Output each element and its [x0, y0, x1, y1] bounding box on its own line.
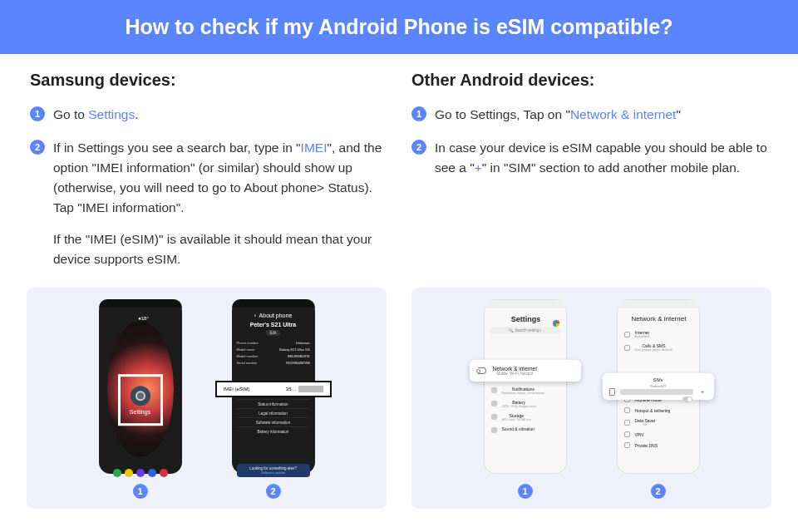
- other-steps: 1 Go to Settings, Tap on "Network & inte…: [411, 105, 768, 178]
- shot-number: 2: [651, 484, 666, 499]
- step-text: In case your device is eSIM capable you …: [435, 138, 768, 178]
- settings-title: Settings: [491, 315, 561, 323]
- back-icon: ‹: [254, 313, 256, 318]
- shot-number: 1: [133, 484, 148, 499]
- step-badge: 2: [411, 140, 426, 155]
- step-text: If in Settings you see a search bar, typ…: [53, 138, 387, 269]
- dock-app-icon: [136, 469, 145, 477]
- other-gallery: Settings 🔍 Search settings Network & int…: [411, 288, 771, 509]
- samsung-gallery: ●18° Settings 1: [27, 288, 387, 509]
- samsung-shot-1: ●18° Settings 1: [99, 299, 182, 499]
- shot-number: 2: [266, 484, 281, 499]
- search-settings: 🔍 Search settings: [490, 327, 561, 334]
- card-subtitle: Mobile, Wi-Fi, hotspot: [493, 372, 537, 376]
- page-title: How to check if my Android Phone is eSIM…: [0, 15, 798, 39]
- network-internet-link[interactable]: Network & internet: [570, 107, 677, 121]
- page-header: How to check if my Android Phone is eSIM…: [0, 0, 798, 54]
- other-shot-1: Settings 🔍 Search settings Network & int…: [484, 299, 567, 499]
- samsung-steps: 1 Go to Settings. 2 If in Settings you s…: [30, 105, 387, 269]
- shot-number: 1: [518, 484, 533, 499]
- blurred-region: [620, 389, 693, 395]
- step-text: Go to Settings, Tap on "Network & intern…: [435, 105, 681, 125]
- phone-frame: Network & internet InternetAndroidWifiCa…: [617, 299, 700, 474]
- settings-link[interactable]: Settings: [88, 107, 135, 121]
- sims-card: SIMs RedtaoGO +: [603, 373, 714, 400]
- galleries: ●18° Settings 1: [0, 288, 798, 509]
- imei-link[interactable]: IMEI: [301, 140, 328, 155]
- samsung-shot-2: ‹ About phone Peter's S21 Ultra Edit Pho…: [232, 299, 315, 499]
- step-badge: 1: [30, 106, 45, 121]
- dock-app-icon: [160, 469, 168, 477]
- imei-value: 35…: [286, 387, 297, 392]
- imei-highlight: IMEI (eSIM) 35…: [215, 381, 332, 397]
- wifi-icon: [478, 367, 486, 374]
- other-step-1: 1 Go to Settings, Tap on "Network & inte…: [411, 105, 768, 125]
- dock-app-icon: [113, 469, 121, 477]
- samsung-step-1: 1 Go to Settings.: [30, 105, 387, 125]
- network-internet-card: Network & internet Mobile, Wi-Fi, hotspo…: [470, 360, 581, 382]
- edit-button: Edit: [266, 330, 281, 336]
- sims-header: SIMs: [609, 377, 707, 382]
- status-bar: [485, 300, 566, 308]
- status-bar: [618, 300, 699, 308]
- samsung-heading: Samsung devices:: [30, 71, 387, 90]
- phone-frame: ‹ About phone Peter's S21 Ultra Edit Pho…: [232, 299, 315, 474]
- net-after-rows: Airplane modeHotspot & tetheringData Sav…: [623, 394, 694, 451]
- settings-label: Settings: [130, 409, 150, 415]
- step-text: Go to Settings.: [53, 105, 139, 125]
- device-name: Peter's S21 Ultra: [237, 322, 310, 328]
- settings-highlight: Settings: [118, 374, 163, 426]
- other-shot-2: Network & internet InternetAndroidWifiCa…: [617, 299, 700, 499]
- weather-widget: ●18°: [111, 316, 177, 321]
- about-rows: Phone numberUnknownModel nameGalaxy S21 …: [237, 339, 310, 366]
- step-badge: 2: [30, 140, 45, 155]
- other-step-2: 2 In case your device is eSIM capable yo…: [411, 138, 768, 178]
- status-bar: [232, 299, 315, 308]
- imei-label: IMEI (eSIM): [224, 387, 250, 392]
- network-internet-title: Network & internet: [624, 315, 694, 323]
- about-phone-header: About phone: [259, 313, 293, 318]
- samsung-column: Samsung devices: 1 Go to Settings. 2 If …: [30, 71, 387, 283]
- other-column: Other Android devices: 1 Go to Settings,…: [411, 71, 768, 283]
- phone-frame: Settings 🔍 Search settings Network & int…: [484, 299, 567, 474]
- blurred-region: [298, 386, 323, 392]
- status-bar: [99, 299, 182, 308]
- step-badge: 1: [411, 106, 426, 121]
- app-dock: [99, 469, 182, 477]
- instructions-columns: Samsung devices: 1 Go to Settings. 2 If …: [0, 54, 798, 283]
- dock-app-icon: [125, 469, 133, 477]
- gear-icon: [131, 386, 150, 406]
- net-top-rows: InternetAndroidWifiCalls & SMSData (alwa…: [623, 328, 694, 354]
- card-title: Network & internet: [493, 366, 537, 372]
- google-icon: [553, 320, 559, 327]
- plus-icon: +: [698, 388, 707, 396]
- dock-app-icon: [148, 469, 156, 477]
- plus-link[interactable]: +: [475, 160, 482, 175]
- sim-icon: [609, 388, 615, 396]
- phone-frame: ●18° Settings: [99, 299, 182, 474]
- samsung-step-2: 2 If in Settings you see a search bar, t…: [30, 138, 387, 269]
- about-more-list: Status informationLegal informationSoftw…: [237, 399, 310, 436]
- other-heading: Other Android devices:: [411, 71, 768, 90]
- help-prompt: Looking for something else? Software upd…: [237, 464, 310, 477]
